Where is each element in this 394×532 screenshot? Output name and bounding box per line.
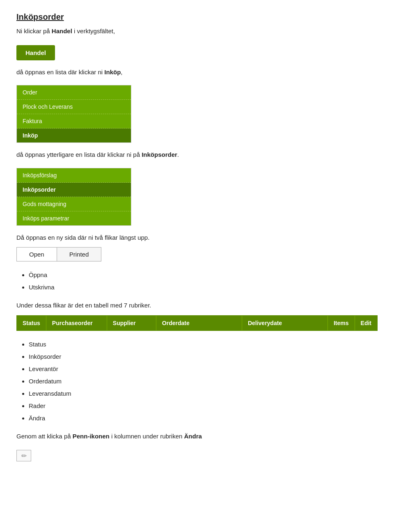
list-intro-paragraph: då öppnas en lista där klickar ni Inköp, (16, 68, 378, 77)
pen-paragraph: Genom att klicka på Penn-ikonen i kolumn… (16, 432, 378, 441)
bullet-status: Status (29, 338, 378, 351)
menu-item-plock[interactable]: Plock och Leverans (17, 100, 131, 114)
menu-item-inkopsforslag[interactable]: Inköpsförslag (17, 168, 131, 183)
page-title: Inköpsorder (16, 12, 378, 22)
tabs-bullet-list: Öppna Utskrivna (29, 269, 378, 294)
pen-icon: ✏ (21, 452, 27, 460)
bullet-oppna: Öppna (29, 269, 378, 281)
th-purchaseorder: Purchaseorder (46, 316, 107, 330)
table-intro-paragraph: Under dessa flikar är det en tabell med … (16, 301, 378, 310)
handel-button[interactable]: Handel (16, 45, 55, 60)
menu-item-inkopsorder[interactable]: Inköpsorder (17, 183, 131, 197)
intro-paragraph: Ni klickar på Handel i verktygsfältet, (16, 27, 378, 36)
list2-intro-paragraph: då öppnas ytterligare en lista där klick… (16, 150, 378, 160)
th-orderdate: Orderdate (156, 316, 242, 330)
tabs-intro-paragraph: Då öppnas en ny sida där ni två flikar l… (16, 233, 378, 243)
th-status: Status (17, 316, 46, 330)
bullets2-list: Status Inköpsorder Leverantör Orderdatum… (29, 338, 378, 424)
th-items: Items (328, 316, 355, 330)
inkop-menu: Inköpsförslag Inköpsorder Gods mottagnin… (16, 168, 131, 226)
th-edit: Edit (355, 316, 377, 330)
bullet-leverantor: Leverantör (29, 363, 378, 375)
tab-open[interactable]: Open (16, 247, 57, 261)
menu-item-gods[interactable]: Gods mottagning (17, 197, 131, 211)
menu-item-order[interactable]: Order (17, 85, 131, 100)
bullet-inkopsorder: Inköpsorder (29, 351, 378, 363)
menu-item-faktura[interactable]: Faktura (17, 114, 131, 128)
bullet-orderdatum: Orderdatum (29, 375, 378, 388)
bullet-rader: Rader (29, 400, 378, 412)
bullet-andra: Ändra (29, 412, 378, 424)
th-deliverydate: Deliverydate (242, 316, 328, 330)
menu-item-inkop[interactable]: Inköp (17, 128, 131, 142)
tabs-row: Open Printed (16, 247, 378, 261)
handel-menu: Order Plock och Leverans Faktura Inköp (16, 85, 131, 143)
bullet-utskrivna: Utskrivna (29, 281, 378, 294)
bullet-leveransdatum: Leveransdatum (29, 388, 378, 400)
th-supplier: Supplier (107, 316, 156, 330)
tab-printed[interactable]: Printed (57, 247, 102, 261)
pen-icon-box[interactable]: ✏ (16, 450, 31, 461)
menu-item-inkops-param[interactable]: Inköps parametrar (17, 211, 131, 225)
table-header-row: Status Purchaseorder Supplier Orderdate … (16, 315, 378, 331)
